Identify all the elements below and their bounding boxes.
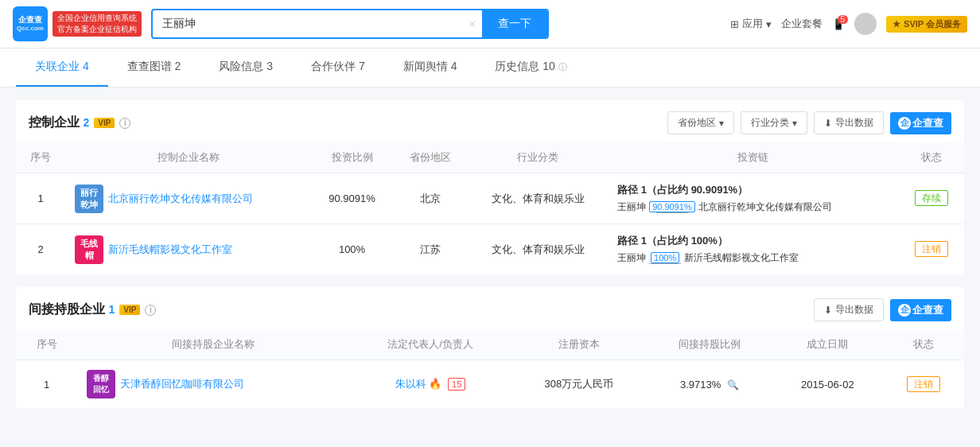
indirect-table: 序号 间接持股企业名称 法定代表人/负责人 注册资本 间接持股比例 成立日期 状… bbox=[16, 329, 964, 408]
table-row: 1 丽行乾坤 北京丽行乾坤文化传媒有限公司 90.9091% 北京 文化、体育和… bbox=[16, 173, 964, 224]
row1-company: 丽行乾坤 北京丽行乾坤文化传媒有限公司 bbox=[65, 173, 311, 224]
risk-icon: 🔥 bbox=[429, 378, 441, 390]
irow1-company: 香醇回忆 天津香醇回忆咖啡有限公司 bbox=[77, 360, 349, 409]
row1-province: 北京 bbox=[393, 173, 469, 224]
province-filter-button[interactable]: 省份地区 ▾ bbox=[667, 111, 734, 134]
tagline-line1: 全国企业信用查询系统 bbox=[57, 13, 137, 24]
avatar-area[interactable] bbox=[854, 13, 877, 35]
province-filter-label: 省份地区 bbox=[678, 116, 716, 130]
main-content: 控制企业 2 VIP i 省份地区 ▾ 行业分类 ▾ ⬇ 导出数据 企 bbox=[0, 87, 980, 433]
row1-chain-from: 王丽坤 bbox=[617, 200, 646, 214]
tab-partners[interactable]: 合作伙伴 7 bbox=[292, 49, 384, 87]
irow1-legal: 朱以科 🔥 15 bbox=[350, 360, 511, 409]
tab-related-companies[interactable]: 关联企业 4 bbox=[16, 49, 108, 87]
search-clear-icon[interactable]: × bbox=[463, 17, 482, 30]
indirect-qcc-label: 企查查 bbox=[912, 303, 943, 317]
logo-icon: 企查查 Qcc.com bbox=[13, 6, 48, 41]
tab-news[interactable]: 新闻舆情 4 bbox=[384, 49, 476, 87]
col-province: 省份地区 bbox=[393, 142, 469, 173]
indirect-holding-section: 间接持股企业 1 VIP i ⬇ 导出数据 企 企查查 序号 间接持股企业名称 bbox=[16, 287, 964, 408]
col-ratio: 投资比例 bbox=[311, 142, 393, 173]
notification-bell[interactable]: 📱 5 bbox=[832, 18, 845, 30]
indirect-export-button[interactable]: ⬇ 导出数据 bbox=[814, 298, 884, 321]
download-icon: ⬇ bbox=[824, 118, 832, 129]
controlled-qcc-logo[interactable]: 企 企查查 bbox=[890, 112, 951, 134]
controlled-export-button[interactable]: ⬇ 导出数据 bbox=[814, 111, 884, 134]
vip-button[interactable]: ★ SVIP 会员服务 bbox=[886, 16, 967, 33]
irow1-risk-badge[interactable]: 15 bbox=[448, 378, 465, 391]
row1-company-link[interactable]: 北京丽行乾坤文化传媒有限公司 bbox=[108, 192, 253, 206]
irow1-company-logo: 香醇回忆 bbox=[87, 370, 115, 398]
search-bar: × 查一下 bbox=[151, 9, 549, 39]
icol-ratio: 间接持股比例 bbox=[647, 329, 772, 360]
controlled-vip-label: VIP bbox=[94, 118, 115, 128]
tab-history[interactable]: 历史信息 10 ⓘ bbox=[476, 49, 585, 87]
row1-chain: 路径 1（占比约 90.9091%） 王丽坤 90.9091% 北京丽行乾坤文化… bbox=[608, 173, 899, 224]
controlled-info-icon[interactable]: i bbox=[119, 118, 130, 129]
header: 企查查 Qcc.com 全国企业信用查询系统 官方备案企业征信机构 × 查一下 … bbox=[0, 0, 980, 49]
controlled-section-title: 控制企业 2 VIP i bbox=[29, 115, 130, 131]
controlled-section-header: 控制企业 2 VIP i 省份地区 ▾ 行业分类 ▾ ⬇ 导出数据 企 bbox=[16, 100, 964, 142]
suite-button[interactable]: 企业套餐 bbox=[781, 17, 822, 31]
row2-chain-to: 新沂毛线帽影视文化工作室 bbox=[684, 251, 799, 265]
row1-chain-percent: 90.9091% bbox=[649, 201, 695, 212]
row2-company: 毛线帽 新沂毛线帽影视文化工作室 bbox=[65, 224, 311, 275]
col-chain: 投资链 bbox=[608, 142, 899, 173]
province-chevron-icon: ▾ bbox=[719, 118, 724, 129]
col-company-name: 控制企业名称 bbox=[65, 142, 311, 173]
qcc-circle-icon: 企 bbox=[898, 117, 911, 130]
irow1-date: 2015-06-02 bbox=[772, 360, 884, 409]
row2-status-badge: 注销 bbox=[915, 241, 948, 257]
indirect-section-header: 间接持股企业 1 VIP i ⬇ 导出数据 企 企查查 bbox=[16, 287, 964, 329]
row1-chain-to: 北京丽行乾坤文化传媒有限公司 bbox=[698, 200, 832, 214]
row2-index: 2 bbox=[16, 224, 65, 275]
icol-date: 成立日期 bbox=[772, 329, 884, 360]
tab-risk[interactable]: 风险信息 3 bbox=[200, 49, 292, 87]
irow1-legal-link[interactable]: 朱以科 bbox=[395, 378, 426, 390]
controlled-table: 序号 控制企业名称 投资比例 省份地区 行业分类 投资链 状态 1 丽行乾坤 bbox=[16, 142, 964, 274]
row1-industry: 文化、体育和娱乐业 bbox=[469, 173, 609, 224]
app-button[interactable]: ⊞ 应用 ▾ bbox=[730, 17, 772, 31]
row1-chain-title: 路径 1（占比约 90.9091%） bbox=[617, 183, 889, 197]
search-input[interactable] bbox=[153, 11, 463, 37]
col-index: 序号 bbox=[16, 142, 65, 173]
vip-label: SVIP 会员服务 bbox=[904, 18, 961, 30]
indirect-title-text: 间接持股企业 1 bbox=[29, 301, 115, 318]
row1-chain-flow: 王丽坤 90.9091% 北京丽行乾坤文化传媒有限公司 bbox=[617, 200, 889, 214]
tagline: 全国企业信用查询系统 官方备案企业征信机构 bbox=[52, 11, 142, 37]
indirect-info-icon[interactable]: i bbox=[145, 305, 156, 316]
row1-status: 存续 bbox=[899, 173, 964, 224]
row2-chain: 路径 1（占比约 100%） 王丽坤 100% 新沂毛线帽影视文化工作室 bbox=[608, 224, 899, 275]
row2-province: 江苏 bbox=[393, 224, 469, 275]
industry-filter-label: 行业分类 bbox=[751, 116, 789, 130]
industry-filter-button[interactable]: 行业分类 ▾ bbox=[741, 111, 807, 134]
suite-label: 企业套餐 bbox=[781, 17, 822, 31]
icol-capital: 注册资本 bbox=[511, 329, 648, 360]
controlled-section-tools: 省份地区 ▾ 行业分类 ▾ ⬇ 导出数据 企 企查查 bbox=[667, 111, 951, 134]
tab-graph[interactable]: 查查图谱 2 bbox=[108, 49, 200, 87]
notification-count: 5 bbox=[838, 15, 849, 24]
tab-bar: 关联企业 4 查查图谱 2 风险信息 3 合作伙伴 7 新闻舆情 4 历史信息 … bbox=[0, 49, 980, 87]
controlled-qcc-label: 企查查 bbox=[912, 116, 943, 130]
row2-industry: 文化、体育和娱乐业 bbox=[469, 224, 609, 275]
icol-status: 状态 bbox=[883, 329, 964, 360]
row2-chain-arrow: 100% bbox=[649, 252, 681, 264]
industry-chevron-icon: ▾ bbox=[792, 118, 797, 129]
table-row: 2 毛线帽 新沂毛线帽影视文化工作室 100% 江苏 文化、体育和娱乐业 路径 … bbox=[16, 224, 964, 275]
indirect-section-title: 间接持股企业 1 VIP i bbox=[29, 301, 156, 318]
app-label: 应用 bbox=[742, 17, 763, 31]
avatar bbox=[854, 13, 877, 35]
search-button[interactable]: 查一下 bbox=[482, 10, 547, 37]
indirect-download-icon: ⬇ bbox=[824, 305, 832, 316]
indirect-export-label: 导出数据 bbox=[835, 303, 873, 317]
irow1-ratio: 3.9713% 🔍 bbox=[647, 360, 772, 409]
indirect-qcc-logo[interactable]: 企 企查查 bbox=[890, 299, 951, 321]
row1-company-logo: 丽行乾坤 bbox=[75, 185, 103, 213]
row1-status-badge: 存续 bbox=[915, 190, 948, 206]
row2-chain-title: 路径 1（占比约 100%） bbox=[617, 234, 889, 248]
icol-legal: 法定代表人/负责人 bbox=[350, 329, 511, 360]
irow1-company-link[interactable]: 天津香醇回忆咖啡有限公司 bbox=[120, 377, 244, 391]
verify-icon[interactable]: 🔍 bbox=[727, 379, 739, 391]
row2-company-link[interactable]: 新沂毛线帽影视文化工作室 bbox=[108, 243, 232, 257]
tagline-line2: 官方备案企业征信机构 bbox=[57, 24, 137, 35]
